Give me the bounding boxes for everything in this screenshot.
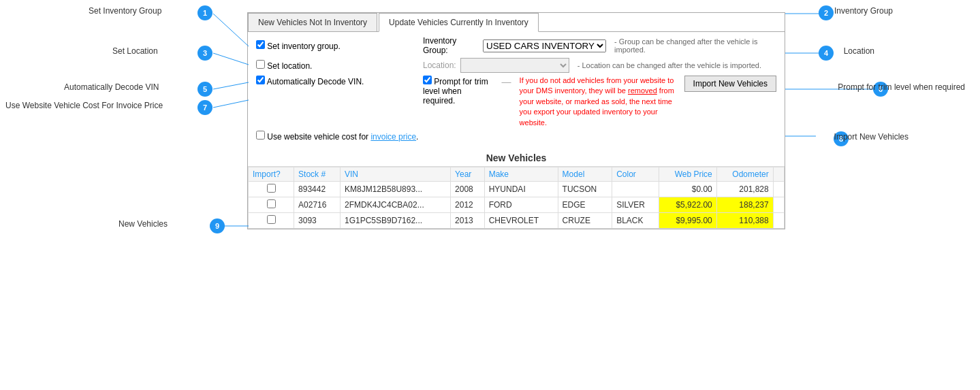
callout-bubble-3: 3 [197, 46, 212, 61]
cell-color: BLACK [612, 212, 659, 228]
set-location-label[interactable]: Set location. [256, 61, 312, 71]
col-year: Year [451, 167, 485, 181]
callout-label-7: Use Website Vehicle Cost For Invoice Pri… [5, 101, 163, 110]
cell-model: CRUZE [558, 212, 612, 228]
set-inventory-group-checkbox[interactable] [256, 40, 265, 49]
tab-bar: New Vehicles Not In Inventory Update Veh… [248, 13, 785, 32]
use-website-cost-check-container: Use website vehicle cost for invoice pri… [256, 131, 423, 142]
import-checkbox[interactable] [267, 199, 276, 208]
table-header-row: Import? Stock # VIN Year Make Model Colo… [249, 167, 785, 181]
cell-web-price: $9,995.00 [659, 212, 716, 228]
callout-bubble-2: 2 [819, 5, 834, 20]
col-model: Model [558, 167, 612, 181]
auto-decode-label[interactable]: Automatically Decode VIN. [256, 77, 364, 86]
cell-vin: 1G1PC5SB9D7162... [341, 212, 451, 228]
table-row: 3093 1G1PC5SB9D7162... 2013 CHEVROLET CR… [249, 212, 785, 228]
inventory-group-field-label: Inventory Group: [423, 36, 479, 55]
table-row: 893442 KM8JM12B58U893... 2008 HYUNDAI TU… [249, 181, 785, 197]
options-panel: Set inventory group. Inventory Group: US… [248, 32, 785, 148]
cell-odometer: 188,237 [716, 197, 773, 212]
col-vin: VIN [341, 167, 451, 181]
table-title: New Vehicles [248, 148, 785, 167]
callout-bubble-7: 7 [197, 100, 212, 115]
cell-actions [773, 212, 784, 228]
col-extra [773, 167, 784, 181]
import-checkbox[interactable] [267, 184, 276, 193]
options-row-1: Set inventory group. Inventory Group: US… [256, 36, 776, 55]
callout-label-6: Prompt for trim level when required [838, 82, 965, 92]
set-location-checkbox[interactable] [256, 60, 265, 69]
callout-label-5: Automatically Decode VIN [64, 82, 159, 92]
cell-year: 2013 [451, 212, 485, 228]
cell-actions [773, 197, 784, 212]
use-website-cost-checkbox[interactable] [256, 131, 265, 140]
callout-bubble-5: 5 [197, 82, 212, 97]
options-row-2: Set location. Location: - Location can b… [256, 58, 776, 73]
tab-update-vehicles[interactable]: Update Vehicles Currently In Inventory [379, 13, 539, 32]
inventory-group-select[interactable]: USED CARS INVENTORY [483, 39, 606, 52]
callout-bubble-9: 9 [210, 218, 225, 233]
cell-color [612, 181, 659, 197]
prompt-trim-checkbox[interactable] [423, 76, 432, 84]
cell-vin: 2FMDK4JC4CBA02... [341, 197, 451, 212]
auto-decode-checkbox[interactable] [256, 76, 265, 84]
callout-label-8: Import New Vehicles [834, 132, 908, 142]
cell-vin: KM8JM12B58U893... [341, 181, 451, 197]
col-odometer: Odometer [716, 167, 773, 181]
vehicles-table: Import? Stock # VIN Year Make Model Colo… [248, 167, 785, 229]
col-color: Color [612, 167, 659, 181]
svg-line-3 [213, 100, 249, 108]
cell-odometer: 110,388 [716, 212, 773, 228]
import-btn-container: Import New Vehicles [684, 76, 776, 92]
options-row-3: Automatically Decode VIN. Prompt for tri… [256, 76, 776, 128]
cell-model: EDGE [558, 197, 612, 212]
location-note: - Location can be changed after the vehi… [578, 61, 761, 69]
location-select[interactable] [460, 58, 569, 73]
svg-line-0 [213, 14, 249, 46]
callout-label-3: Set Location [112, 46, 158, 56]
inventory-group-note: - Group can be changed after the vehicle… [614, 37, 776, 54]
callout-bubble-4: 4 [819, 46, 834, 61]
cell-make: HYUNDAI [484, 181, 558, 197]
col-web-price: Web Price [659, 167, 716, 181]
cell-odometer: 201,828 [716, 181, 773, 197]
dash-separator: — [502, 77, 511, 86]
callout-label-2: Inventory Group [834, 6, 893, 16]
cell-web-price: $0.00 [659, 181, 716, 197]
invoice-price-link[interactable]: invoice price [370, 132, 416, 142]
cell-model: TUCSON [558, 181, 612, 197]
cell-make: FORD [484, 197, 558, 212]
col-stock: Stock # [294, 167, 341, 181]
col-import: Import? [249, 167, 294, 181]
import-new-vehicles-button[interactable]: Import New Vehicles [684, 76, 776, 92]
use-website-cost-label[interactable]: Use website vehicle cost for invoice pri… [256, 132, 418, 142]
cell-color: SILVER [612, 197, 659, 212]
cell-import[interactable] [249, 212, 294, 228]
cell-stock: A02716 [294, 197, 341, 212]
cell-import[interactable] [249, 197, 294, 212]
callout-label-9: New Vehicles [118, 219, 168, 229]
col-make: Make [484, 167, 558, 181]
cell-year: 2012 [451, 197, 485, 212]
cell-stock: 893442 [294, 181, 341, 197]
tab-new-vehicles[interactable]: New Vehicles Not In Inventory [248, 13, 377, 31]
set-inventory-group-label[interactable]: Set inventory group. [256, 42, 341, 51]
import-checkbox[interactable] [267, 215, 276, 224]
use-website-cost-text: Use website vehicle cost for invoice pri… [267, 132, 418, 142]
svg-line-1 [213, 53, 249, 65]
cell-year: 2008 [451, 181, 485, 197]
svg-line-2 [213, 82, 249, 89]
cell-make: CHEVROLET [484, 212, 558, 228]
cell-stock: 3093 [294, 212, 341, 228]
table-row: A02716 2FMDK4JC4CBA02... 2012 FORD EDGE … [249, 197, 785, 212]
location-field: Location: - Location can be changed afte… [423, 58, 776, 73]
auto-decode-check-container: Automatically Decode VIN. [256, 76, 423, 86]
prompt-trim-label[interactable]: Prompt for trim level when required. [423, 77, 488, 105]
callout-label-1: Set Inventory Group [89, 6, 161, 16]
options-row-4: Use website vehicle cost for invoice pri… [256, 131, 776, 142]
set-inventory-group-check-container: Set inventory group. [256, 40, 423, 51]
cell-actions [773, 181, 784, 197]
location-field-label: Location: [423, 61, 456, 70]
cell-import[interactable] [249, 181, 294, 197]
callout-bubble-1: 1 [197, 5, 212, 20]
